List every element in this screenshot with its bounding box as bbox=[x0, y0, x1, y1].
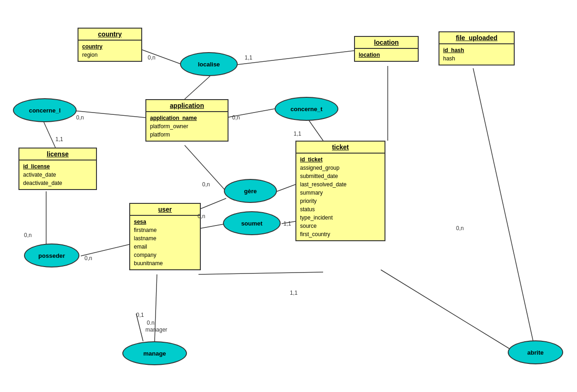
erd-diagram: country country region location location… bbox=[0, 0, 577, 392]
entity-license-field2: deactivate_date bbox=[23, 179, 92, 187]
entity-application-body: application_name platform_owner platform bbox=[146, 112, 228, 141]
entity-country-pk: country bbox=[82, 42, 138, 51]
entity-application: application application_name platform_ow… bbox=[145, 99, 228, 142]
entity-user-f5: buunitname bbox=[134, 259, 196, 267]
entity-license-field1: activate_date bbox=[23, 171, 92, 179]
entity-ticket-f5: priority bbox=[300, 197, 381, 205]
svg-line-1 bbox=[238, 51, 354, 65]
svg-line-4 bbox=[44, 122, 55, 148]
card-2: 1,1 bbox=[245, 54, 252, 61]
entity-ticket-title: ticket bbox=[296, 142, 385, 154]
entity-ticket-f9: first_country bbox=[300, 230, 381, 238]
relation-localise: localise bbox=[180, 52, 238, 76]
entity-user-f4: company bbox=[134, 251, 196, 259]
entity-license-body: id_license activate_date deactivate_date bbox=[19, 160, 96, 189]
entity-ticket-f3: last_resolved_date bbox=[300, 180, 381, 189]
relation-gere-label: gère bbox=[244, 188, 257, 195]
entity-application-pk: application_name bbox=[150, 114, 224, 122]
relation-localise-label: localise bbox=[198, 61, 220, 68]
entity-ticket-f2: submitted_date bbox=[300, 172, 381, 180]
entity-file-uploaded: file_uploaded id_hash hash bbox=[439, 31, 515, 65]
entity-country-field-region: region bbox=[82, 51, 138, 59]
entity-ticket-f7: type_incident bbox=[300, 214, 381, 222]
svg-line-18 bbox=[381, 270, 512, 350]
relation-abrite-label: abrite bbox=[527, 349, 543, 356]
relation-soumet: soumet bbox=[223, 211, 281, 235]
entity-file-uploaded-pk: id_hash bbox=[443, 46, 510, 54]
entity-file-uploaded-body: id_hash hash bbox=[439, 44, 514, 65]
relation-abrite: abrite bbox=[508, 340, 563, 364]
svg-line-17 bbox=[473, 68, 533, 341]
entity-country-body: country region bbox=[78, 41, 141, 61]
entity-ticket-pk: id_ticket bbox=[300, 155, 381, 164]
entity-application-title: application bbox=[146, 100, 228, 112]
entity-ticket-f6: status bbox=[300, 205, 381, 214]
svg-line-16 bbox=[198, 272, 323, 274]
card-manager: manager bbox=[145, 327, 167, 333]
svg-line-13 bbox=[81, 244, 129, 256]
card-3: 0,n bbox=[76, 114, 84, 121]
card-14: 1,1 bbox=[290, 290, 298, 296]
entity-user: user sesa firstname lastname email compa… bbox=[129, 203, 201, 270]
relation-concerne-t: concerne_t bbox=[275, 97, 338, 121]
entity-ticket-f4: summary bbox=[300, 189, 381, 197]
card-11: 0,n bbox=[84, 255, 92, 261]
entity-location: location location bbox=[354, 36, 419, 62]
card-4: 1,1 bbox=[55, 136, 63, 143]
entity-user-f1: firstname bbox=[134, 226, 196, 234]
relation-posseder-label: posseder bbox=[38, 252, 65, 259]
card-13: 0.n bbox=[147, 320, 155, 326]
relation-concerne-t-label: concerne_t bbox=[290, 106, 322, 113]
svg-line-11 bbox=[277, 184, 295, 191]
card-7: 0,n bbox=[202, 181, 210, 188]
entity-user-f3: email bbox=[134, 243, 196, 251]
entity-application-field1: platform_owner bbox=[150, 122, 224, 131]
entity-license-pk: id_license bbox=[23, 162, 92, 171]
entity-application-field2: platform bbox=[150, 131, 224, 139]
svg-line-6 bbox=[307, 118, 323, 141]
relation-concerne-l-label: concerne_l bbox=[29, 107, 61, 114]
entity-file-uploaded-title: file_uploaded bbox=[439, 32, 514, 44]
card-10: 0,n bbox=[24, 232, 32, 238]
relation-concerne-l: concerne_l bbox=[13, 98, 77, 122]
entity-user-pk: sesa bbox=[134, 218, 196, 226]
relation-posseder: posseder bbox=[24, 244, 79, 267]
relation-gere: gère bbox=[224, 179, 277, 203]
card-9: 1,1 bbox=[283, 220, 291, 227]
relation-manage-label: manage bbox=[143, 350, 166, 357]
entity-location-pk: location bbox=[359, 51, 414, 59]
entity-country-title: country bbox=[78, 29, 141, 41]
entity-location-title: location bbox=[355, 37, 418, 49]
entity-country: country country region bbox=[78, 28, 142, 62]
svg-line-2 bbox=[185, 76, 210, 99]
card-8: 0,n bbox=[198, 213, 205, 220]
entity-ticket-body: id_ticket assigned_group submitted_date … bbox=[296, 154, 385, 240]
entity-license-title: license bbox=[19, 148, 96, 160]
svg-line-3 bbox=[74, 111, 145, 118]
relation-manage: manage bbox=[122, 341, 187, 365]
entity-ticket-f8: source bbox=[300, 222, 381, 230]
entity-file-uploaded-field-hash: hash bbox=[443, 54, 510, 63]
entity-user-body: sesa firstname lastname email company bu… bbox=[130, 216, 200, 269]
entity-user-f2: lastname bbox=[134, 234, 196, 243]
entity-user-title: user bbox=[130, 204, 200, 216]
card-15: 0,n bbox=[456, 225, 464, 232]
card-5: 0,n bbox=[232, 114, 240, 121]
card-12: 0,1 bbox=[136, 312, 144, 318]
card-1: 0,n bbox=[148, 54, 156, 61]
entity-location-body: location bbox=[355, 49, 418, 61]
entity-license: license id_license activate_date deactiv… bbox=[18, 148, 97, 190]
relation-soumet-label: soumet bbox=[241, 220, 262, 227]
entity-ticket-f1: assigned_group bbox=[300, 164, 381, 172]
entity-ticket: ticket id_ticket assigned_group submitte… bbox=[295, 141, 385, 241]
card-6: 1,1 bbox=[294, 131, 301, 137]
